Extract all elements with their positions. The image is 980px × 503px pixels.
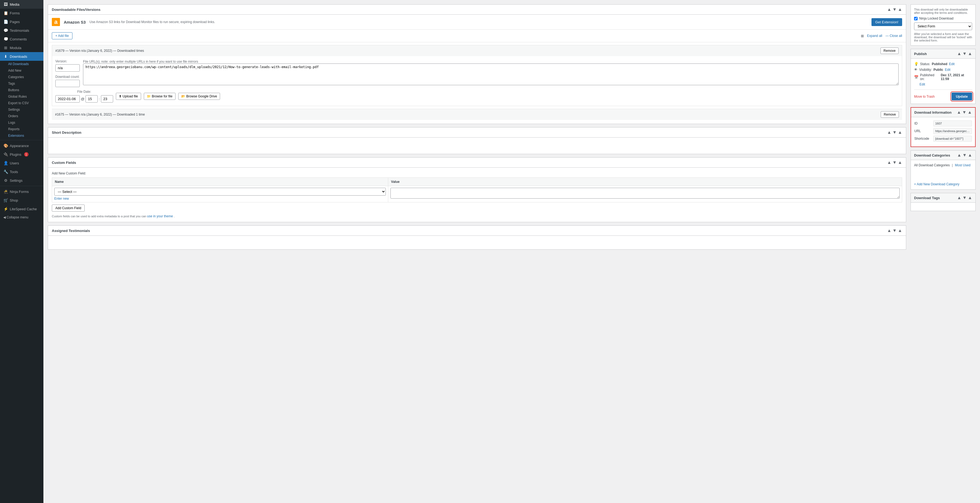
- custom-field-row: — Select — Enter new: [52, 186, 902, 202]
- sidebar-subitem-export-csv[interactable]: Export to CSV: [0, 100, 43, 107]
- download-info-controls: ▲ ▼ ▲: [957, 110, 972, 115]
- sidebar-subitem-settings[interactable]: Settings: [0, 107, 43, 113]
- file-minute-input[interactable]: [101, 95, 113, 103]
- publish-toggle-icon[interactable]: ▲: [968, 51, 972, 56]
- sidebar-item-ninja-forms[interactable]: 🥷 Ninja Forms: [0, 187, 43, 196]
- published-edit-link[interactable]: Edit: [920, 83, 925, 86]
- short-description-header: Short Description ▲ ▼ ▲: [48, 127, 906, 138]
- sidebar-subitem-global-rules[interactable]: Global Rules: [0, 93, 43, 100]
- sidebar-item-users[interactable]: 👤 Users: [0, 159, 43, 167]
- sidebar-item-media[interactable]: 🖼 Media: [0, 0, 43, 9]
- download-count-input[interactable]: [55, 80, 80, 87]
- categories-toggle-icon[interactable]: ▲: [968, 153, 972, 158]
- sidebar-item-litespeed[interactable]: ⚡ LiteSpeed Cache: [0, 205, 43, 213]
- tags-down-icon[interactable]: ▼: [963, 195, 967, 200]
- sidebar-subitem-all-downloads[interactable]: All Downloads: [0, 61, 43, 67]
- update-button[interactable]: Update: [951, 92, 972, 100]
- visibility-edit-link[interactable]: Edit: [945, 68, 950, 72]
- file-date-input[interactable]: [55, 95, 80, 103]
- ninja-locked-checkbox[interactable]: [914, 17, 918, 20]
- plugins-badge: 1: [24, 152, 29, 156]
- sidebar-item-downloads[interactable]: ⬇ Downloads: [0, 52, 43, 61]
- sidebar-item-plugins[interactable]: 🔌 Plugins 1: [0, 150, 43, 159]
- panel-down-icon[interactable]: ▼: [892, 7, 897, 12]
- most-used-tab[interactable]: Most Used: [955, 163, 970, 167]
- testimonials-down-icon[interactable]: ▼: [892, 228, 897, 233]
- sidebar-item-settings[interactable]: ⚙ Settings: [0, 176, 43, 185]
- sidebar-item-tools[interactable]: 🔧 Tools: [0, 167, 43, 176]
- sidebar-item-modula[interactable]: ⊞ Modula: [0, 43, 43, 52]
- tags-up-icon[interactable]: ▲: [957, 195, 961, 200]
- sidebar-subitem-buttons[interactable]: Buttons: [0, 87, 43, 93]
- upload-file-button[interactable]: ⬆ Upload file: [116, 93, 141, 100]
- sidebar-subitem-reports[interactable]: Reports: [0, 126, 43, 132]
- add-new-category-link[interactable]: + Add New Download Category: [914, 182, 972, 186]
- gdrive-icon: 📂: [181, 94, 185, 98]
- sidebar-subitem-logs[interactable]: Logs: [0, 119, 43, 126]
- panel-toggle-icon[interactable]: ▲: [898, 7, 902, 12]
- short-desc-down-icon[interactable]: ▼: [892, 130, 897, 135]
- download-info-body: ID 1607 URL https://andreea.georgecioban…: [911, 117, 975, 146]
- sidebar-subitem-tags[interactable]: Tags: [0, 80, 43, 87]
- custom-fields-down-icon[interactable]: ▼: [892, 160, 897, 165]
- custom-field-name-select[interactable]: — Select —: [54, 188, 386, 196]
- get-extension-button[interactable]: Get Extension!: [872, 18, 902, 26]
- id-label: ID: [914, 121, 933, 125]
- status-edit-link[interactable]: Edit: [949, 62, 955, 66]
- sidebar-item-appearance[interactable]: 🎨 Appearance: [0, 142, 43, 150]
- publish-up-icon[interactable]: ▲: [957, 51, 961, 56]
- enter-new-link[interactable]: Enter new: [54, 197, 386, 201]
- use-in-theme-link[interactable]: use in your theme: [147, 214, 173, 218]
- ninja-locked-panel: This download will only be downloadable …: [910, 4, 976, 46]
- sidebar-subitem-extensions[interactable]: Extensions: [0, 132, 43, 139]
- close-all-link[interactable]: — Close all: [886, 34, 902, 38]
- url-textarea[interactable]: https://andreea.georgeciobanu.com/wp-con…: [83, 64, 899, 85]
- testimonials-body: [48, 236, 906, 249]
- sidebar-item-shop[interactable]: 🛒 Shop: [0, 196, 43, 205]
- sidebar-subitem-categories[interactable]: Categories: [0, 74, 43, 80]
- sidebar-item-testimonials[interactable]: 💬 Testimonials: [0, 26, 43, 35]
- download-info-toggle-icon[interactable]: ▲: [967, 110, 972, 115]
- download-tags-panel: Download Tags ▲ ▼ ▲: [910, 193, 976, 211]
- downloadable-files-header: Downloadable Files/Versions ▲ ▼ ▲: [48, 5, 906, 15]
- sidebar-separator-2: [0, 186, 43, 186]
- select-form-dropdown[interactable]: Select Form: [914, 22, 972, 30]
- tags-toggle-icon[interactable]: ▲: [968, 195, 972, 200]
- all-download-categories-tab[interactable]: All Download Categories: [914, 163, 950, 167]
- sidebar-item-comments[interactable]: 💭 Comments: [0, 35, 43, 43]
- panel-up-icon[interactable]: ▲: [887, 7, 891, 12]
- version-1675-remove-button[interactable]: Remove: [881, 111, 899, 118]
- file-hour-input[interactable]: [86, 95, 98, 103]
- version-1679-remove-button[interactable]: Remove: [880, 48, 899, 54]
- appearance-icon: 🎨: [3, 143, 8, 148]
- version-input[interactable]: [55, 64, 80, 72]
- move-to-trash-link[interactable]: Move to Trash: [914, 95, 935, 99]
- short-desc-up-icon[interactable]: ▲: [887, 130, 891, 135]
- browse-file-button[interactable]: 📁 Browse for file: [144, 93, 175, 100]
- sidebar-subitem-add-new[interactable]: Add New: [0, 67, 43, 74]
- tools-icon: 🔧: [3, 170, 8, 174]
- right-sidebar: This download will only be downloadable …: [910, 4, 976, 499]
- download-info-up-icon[interactable]: ▲: [957, 110, 961, 115]
- testimonials-toggle-icon[interactable]: ▲: [898, 228, 902, 233]
- custom-field-value-textarea[interactable]: [390, 188, 900, 199]
- browse-google-drive-button[interactable]: 📂 Browse Google Drive: [178, 93, 220, 100]
- testimonials-up-icon[interactable]: ▲: [887, 228, 891, 233]
- version-block-1675: #1675 — Version n/a (January 6, 2022) — …: [52, 109, 902, 120]
- sidebar-item-pages[interactable]: 📄 Pages: [0, 18, 43, 26]
- add-file-button[interactable]: + Add file: [52, 32, 72, 39]
- short-desc-toggle-icon[interactable]: ▲: [898, 130, 902, 135]
- publish-panel: Publish ▲ ▼ ▲ 💡 Status: Published Edit 👁…: [910, 49, 976, 104]
- custom-fields-up-icon[interactable]: ▲: [887, 160, 891, 165]
- custom-fields-toggle-icon[interactable]: ▲: [898, 160, 902, 165]
- expand-all-link[interactable]: Expand all: [867, 34, 882, 38]
- collapse-menu-button[interactable]: ◀ Collapse menu: [0, 213, 43, 221]
- categories-up-icon[interactable]: ▲: [957, 153, 961, 158]
- sidebar-subitem-orders[interactable]: Orders: [0, 113, 43, 119]
- sidebar-item-forms[interactable]: 📋 Forms: [0, 9, 43, 18]
- assigned-testimonials-panel: Assigned Testimonials ▲ ▼ ▲: [48, 226, 906, 250]
- add-custom-field-button[interactable]: Add Custom Field: [52, 205, 85, 212]
- download-info-down-icon[interactable]: ▼: [962, 110, 966, 115]
- categories-down-icon[interactable]: ▼: [963, 153, 967, 158]
- publish-down-icon[interactable]: ▼: [963, 51, 967, 56]
